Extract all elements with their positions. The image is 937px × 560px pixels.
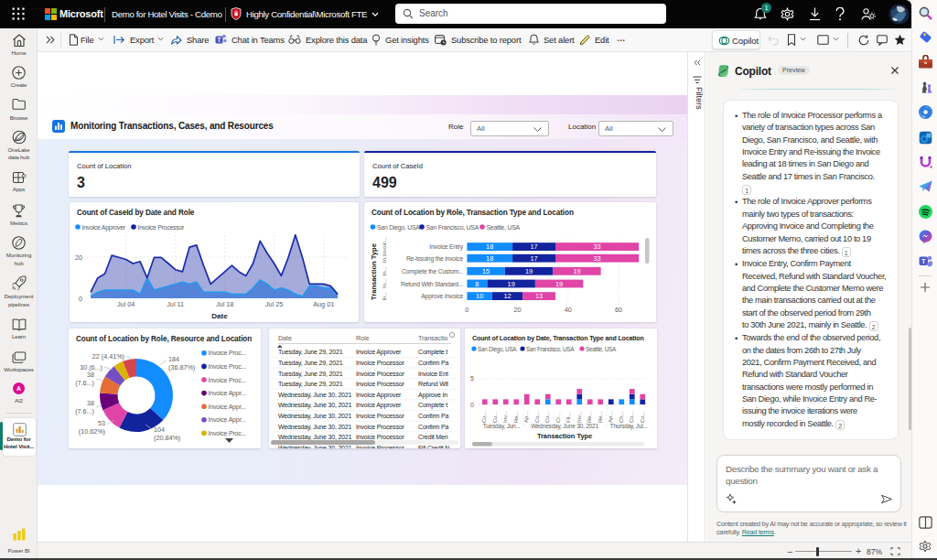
svg-text:0: 0 (465, 306, 468, 314)
svg-text:Cr...: Cr... (555, 413, 561, 423)
svg-text:19: 19 (525, 267, 533, 275)
svg-text:Invoice Appr...: Invoice Appr... (209, 390, 246, 397)
svg-text:40: 40 (565, 306, 572, 314)
svg-text:Re...: Re... (513, 411, 519, 423)
svg-text:Thursday, Jul...: Thursday, Jul... (610, 423, 648, 430)
svg-text:(10.62%): (10.62%) (79, 427, 105, 436)
svg-text:104: 104 (154, 425, 165, 434)
svg-text:Date: Date (211, 312, 228, 320)
svg-text:5: 5 (470, 375, 474, 382)
svg-text:19: 19 (508, 280, 515, 288)
svg-text:Invoice Approver: Invoice Approver (356, 392, 402, 399)
svg-text:Invoice Processor: Invoice Processor (356, 413, 404, 419)
svg-text:Transactio: Transactio (418, 334, 447, 342)
svg-text:In...: In... (382, 266, 387, 275)
svg-text:Aug 01: Aug 01 (313, 300, 334, 308)
svg-text:Co...: Co... (492, 411, 498, 423)
svg-text:18: 18 (486, 242, 493, 251)
svg-text:38: 38 (87, 371, 94, 379)
svg-text:Invoice Appr...: Invoice Appr... (209, 416, 246, 424)
svg-text:In...: In... (382, 279, 387, 288)
svg-text:Ap...: Ap... (608, 411, 613, 423)
svg-text:Invoice Approver: Invoice Approver (356, 402, 402, 409)
svg-text:Confirm Pa: Confirm Pa (418, 413, 448, 419)
svg-text:Re-issuing the invoice: Re-issuing the invoice (406, 255, 464, 263)
svg-text:Seattle, USA: Seattle, USA (586, 346, 617, 352)
svg-text:Fil...: Fil... (565, 412, 571, 423)
svg-text:10: 10 (476, 292, 483, 300)
svg-text:Inv...: Inv... (576, 411, 582, 423)
svg-text:Refund With Standard...: Refund With Standard... (401, 281, 463, 287)
svg-text:Re...: Re... (587, 411, 592, 423)
svg-text:(7.6...): (7.6...) (75, 407, 94, 415)
svg-text:In...: In... (382, 253, 387, 263)
svg-text:17: 17 (530, 242, 537, 251)
svg-text:Transaction Type: Transaction Type (537, 432, 592, 440)
svg-text:18: 18 (486, 254, 493, 263)
svg-text:Invoice Proc...: Invoice Proc... (209, 430, 247, 436)
svg-text:Invoice Ent: Invoice Ent (418, 371, 448, 377)
svg-text:17: 17 (530, 254, 537, 263)
svg-text:Refund Wit: Refund Wit (418, 381, 448, 387)
svg-text:15: 15 (482, 267, 490, 275)
svg-text:8: 8 (475, 280, 479, 288)
svg-text:38: 38 (87, 399, 94, 407)
svg-text:Inv...: Inv... (502, 411, 508, 423)
svg-text:Complete t: Complete t (418, 349, 447, 356)
svg-text:T: T (921, 257, 926, 265)
svg-text:(7.6...): (7.6...) (75, 379, 94, 387)
svg-text:Invoice Approver: Invoice Approver (82, 224, 126, 232)
svg-text:Invoice Proc...: Invoice Proc... (209, 363, 247, 370)
svg-text:33: 33 (593, 254, 600, 263)
svg-text:Invoice Processor: Invoice Processor (356, 434, 404, 440)
svg-text:Date: Date (278, 334, 292, 342)
svg-text:(20.84%): (20.84%) (154, 434, 180, 442)
svg-text:T: T (217, 37, 221, 43)
svg-text:Invoice Processor: Invoice Processor (356, 381, 404, 387)
svg-text:Complete t: Complete t (418, 402, 447, 409)
svg-text:Co...: Co... (640, 411, 645, 423)
svg-text:Transaction Type: Transaction Type (370, 243, 378, 300)
svg-text:12: 12 (503, 292, 511, 300)
svg-text:Complete the Custom...: Complete the Custom... (402, 268, 463, 275)
svg-text:19: 19 (573, 267, 580, 275)
svg-text:Approve In: Approve In (418, 392, 447, 399)
svg-text:184: 184 (168, 355, 179, 363)
svg-text:Invoice Appr...: Invoice Appr... (209, 404, 246, 411)
svg-text:In...: In... (382, 291, 387, 300)
svg-text:Invoice Processor: Invoice Processor (356, 445, 404, 448)
svg-text:Co...: Co... (481, 411, 487, 423)
svg-text:Seattle, USA: Seattle, USA (487, 224, 521, 231)
svg-text:Confirm Pa: Confirm Pa (418, 424, 448, 430)
svg-text:Re...: Re... (598, 411, 603, 423)
svg-text:20: 20 (75, 253, 82, 262)
svg-text:Invoice Approver: Invoice Approver (356, 349, 402, 356)
svg-text:Approve Invoice: Approve Invoice (421, 293, 463, 300)
svg-text:San Diego, USA: San Diego, USA (377, 224, 420, 232)
svg-text:0: 0 (470, 402, 474, 408)
svg-text:Jul 11: Jul 11 (167, 300, 184, 308)
svg-text:60: 60 (615, 306, 622, 314)
svg-text:Tuesday, June 29, 2021: Tuesday, June 29, 2021 (278, 371, 343, 378)
svg-text:San Francisco, USA: San Francisco, USA (526, 346, 575, 352)
svg-text:Tuesday, June 29, 2021: Tuesday, June 29, 2021 (278, 381, 343, 388)
svg-text:Role: Role (356, 334, 369, 342)
svg-text:Wednesday, June 30, 2021: Wednesday, June 30, 2021 (278, 402, 352, 409)
svg-text:0: 0 (79, 295, 82, 303)
svg-text:19: 19 (555, 280, 563, 288)
svg-text:Invoice Processor: Invoice Processor (138, 224, 186, 231)
svg-text:San Francisco, USA: San Francisco, USA (426, 224, 479, 231)
svg-text:Tuesday, Jun...: Tuesday, Jun... (483, 423, 521, 430)
svg-text:Invoic...: Invoic... (382, 237, 387, 256)
svg-text:Invoice Proc...: Invoice Proc... (209, 350, 247, 356)
svg-text:13: 13 (535, 292, 543, 300)
svg-text:Wednesday, June 30, 2021: Wednesday, June 30, 2021 (278, 392, 352, 399)
svg-text:Co...: Co... (629, 411, 634, 423)
svg-text:Invoice Processor: Invoice Processor (356, 371, 404, 377)
svg-text:Co...: Co... (544, 411, 550, 423)
svg-text:22 (4.41%): 22 (4.41%) (92, 352, 124, 361)
svg-text:Wednesday, June 30, 2021: Wednesday, June 30, 2021 (278, 413, 352, 420)
svg-text:Jul 25: Jul 25 (265, 300, 283, 308)
svg-text:Wednesday, June 30, 2021: Wednesday, June 30, 2021 (278, 445, 352, 448)
svg-text:Ap...: Ap... (523, 411, 529, 423)
